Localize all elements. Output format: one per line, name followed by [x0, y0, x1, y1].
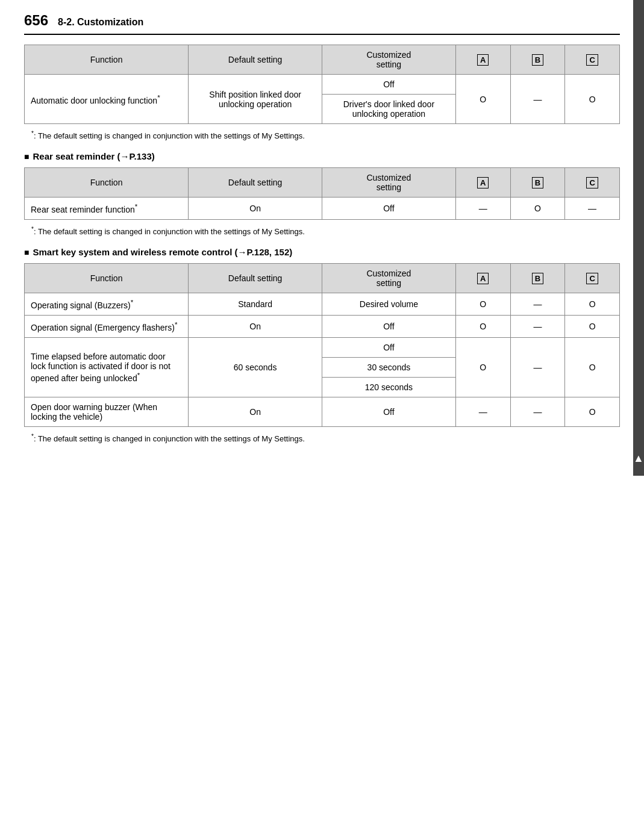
footnote-3: *: The default setting is changed in con… [24, 433, 620, 443]
cell-time-a: O [455, 337, 510, 397]
section2-heading-text: Rear seat reminder (→P.133) [33, 151, 154, 161]
cell-custom-off: Off [322, 75, 456, 95]
col-header-default-3: Default setting [189, 264, 322, 293]
cell-rear-b: O [510, 198, 565, 220]
cell-doorwarn-b: — [510, 397, 565, 426]
cell-rear-custom: Off [322, 198, 456, 220]
cell-doorwarn-c: O [565, 397, 620, 426]
table-header-row: Function Default setting Customizedsetti… [25, 45, 620, 75]
table-header-row-2: Function Default setting Customizedsetti… [25, 168, 620, 198]
cell-time-custom-30: 30 seconds [322, 357, 456, 377]
col-header-customized: Customizedsetting [322, 45, 456, 75]
table-row: Automatic door unlocking function* Shift… [25, 75, 620, 95]
cell-doorwarn-custom: Off [322, 397, 456, 426]
footnote-1: *: The default setting is changed in con… [24, 130, 620, 140]
col-header-default-2: Default setting [189, 168, 322, 198]
cell-flasher-function: Operation signal (Emer­gency flashers)* [25, 315, 189, 337]
col-header-function-3: Function [25, 264, 189, 293]
col-header-b-2: B [510, 168, 565, 198]
col-header-a-3: A [455, 264, 510, 293]
table-row-buzzer: Operating signal (Buzz­ers)* Standard De… [25, 293, 620, 316]
table-row-door-warning: Open door warning buzzer (When locking t… [25, 397, 620, 426]
cell-buzzer-c: O [565, 293, 620, 316]
cell-rear-c: — [565, 198, 620, 220]
footnote-2: *: The default setting is changed in con… [24, 226, 620, 236]
cell-flasher-custom: Off [322, 315, 456, 337]
cell-flasher-default: On [189, 315, 322, 337]
cell-flasher-b: — [510, 315, 565, 337]
page-number: 656 [24, 12, 48, 29]
right-sidebar: ▲ [633, 0, 644, 476]
table-row-rear: Rear seat reminder func­tion* On Off — O… [25, 198, 620, 220]
col-header-b-3: B [510, 264, 565, 293]
col-header-a: A [455, 45, 510, 75]
cell-function: Automatic door unlocking function* [25, 75, 189, 124]
page-container: 656 8-2. Customization Function Default … [0, 0, 644, 476]
section2-heading: Rear seat reminder (→P.133) [24, 151, 620, 161]
col-header-customized-2: Customizedsetting [322, 168, 456, 198]
cell-time-default: 60 seconds [189, 337, 322, 397]
page-header: 656 8-2. Customization [24, 12, 620, 35]
section3-heading: Smart key system and wireless remote con… [24, 247, 620, 257]
cell-buzzer-a: O [455, 293, 510, 316]
cell-rear-a: — [455, 198, 510, 220]
col-header-a-2: A [455, 168, 510, 198]
cell-a: O [455, 75, 510, 124]
cell-buzzer-function: Operating signal (Buzz­ers)* [25, 293, 189, 316]
cell-custom-driver: Driver's door linked door unlocking oper… [322, 95, 456, 124]
col-header-b: B [510, 45, 565, 75]
table-header-row-3: Function Default setting Customizedsetti… [25, 264, 620, 293]
table-door-unlocking: Function Default setting Customizedsetti… [24, 45, 620, 124]
cell-buzzer-b: — [510, 293, 565, 316]
table-rear-seat: Function Default setting Customizedsetti… [24, 167, 620, 220]
cell-default: Shift position linked door unlocking ope… [189, 75, 322, 124]
cell-time-function: Time elapsed before auto­matic door lock… [25, 337, 189, 397]
col-header-function-2: Function [25, 168, 189, 198]
cell-b: — [510, 75, 565, 124]
section-title: 8-2. Customization [58, 17, 143, 28]
cell-rear-function: Rear seat reminder func­tion* [25, 198, 189, 220]
cell-time-c: O [565, 337, 620, 397]
cell-flasher-c: O [565, 315, 620, 337]
table-row-flasher: Operation signal (Emer­gency flashers)* … [25, 315, 620, 337]
cell-doorwarn-function: Open door warning buzzer (When locking t… [25, 397, 189, 426]
cell-buzzer-custom: Desired volume [322, 293, 456, 316]
col-header-c-3: C [565, 264, 620, 293]
cell-doorwarn-default: On [189, 397, 322, 426]
table-row-time-1: Time elapsed before auto­matic door lock… [25, 337, 620, 357]
cell-time-b: — [510, 337, 565, 397]
right-bar-arrow: ▲ [633, 453, 644, 464]
col-header-function: Function [25, 45, 189, 75]
cell-buzzer-default: Standard [189, 293, 322, 316]
cell-time-custom-120: 120 seconds [322, 377, 456, 397]
col-header-c-2: C [565, 168, 620, 198]
cell-rear-default: On [189, 198, 322, 220]
col-header-customized-3: Customizedsetting [322, 264, 456, 293]
table-smart-key: Function Default setting Customizedsetti… [24, 263, 620, 426]
section3-heading-text: Smart key system and wireless remote con… [33, 247, 292, 257]
col-header-default: Default setting [189, 45, 322, 75]
cell-c: O [565, 75, 620, 124]
cell-time-custom-off: Off [322, 337, 456, 357]
col-header-c: C [565, 45, 620, 75]
cell-doorwarn-a: — [455, 397, 510, 426]
cell-flasher-a: O [455, 315, 510, 337]
